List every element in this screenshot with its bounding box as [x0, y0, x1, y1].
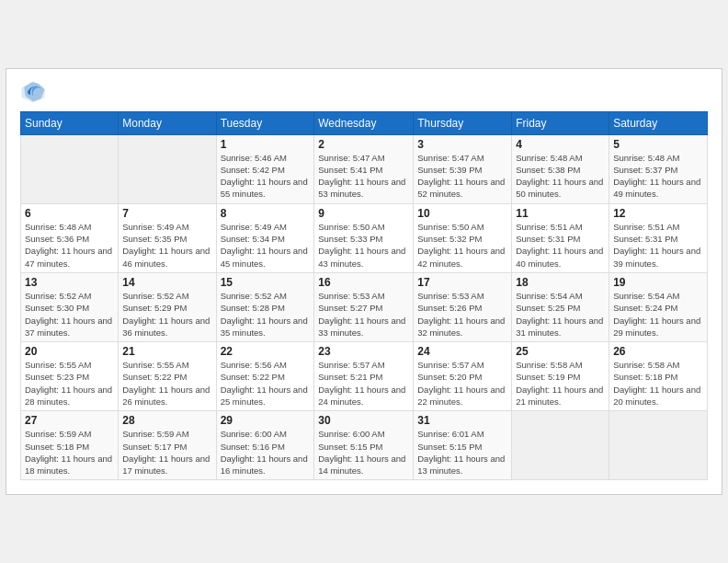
calendar-table: SundayMondayTuesdayWednesdayThursdayFrid… — [20, 111, 708, 481]
day-number: 18 — [516, 276, 605, 289]
week-row-1: 1Sunrise: 5:46 AM Sunset: 5:42 PM Daylig… — [21, 134, 708, 203]
day-cell: 3Sunrise: 5:47 AM Sunset: 5:39 PM Daylig… — [414, 134, 512, 203]
day-number: 28 — [122, 414, 211, 427]
day-cell: 31Sunrise: 6:01 AM Sunset: 5:15 PM Dayli… — [414, 411, 512, 480]
day-info: Sunrise: 5:50 AM Sunset: 5:32 PM Dayligh… — [417, 221, 507, 270]
day-cell: 23Sunrise: 5:57 AM Sunset: 5:21 PM Dayli… — [314, 342, 414, 411]
day-info: Sunrise: 5:53 AM Sunset: 5:26 PM Dayligh… — [417, 290, 507, 339]
day-info: Sunrise: 5:50 AM Sunset: 5:33 PM Dayligh… — [318, 221, 409, 270]
weekday-header-tuesday: Tuesday — [216, 111, 314, 134]
day-number: 25 — [516, 345, 605, 358]
day-cell: 6Sunrise: 5:48 AM Sunset: 5:36 PM Daylig… — [21, 203, 119, 272]
day-number: 27 — [25, 414, 114, 427]
day-number: 21 — [122, 345, 211, 358]
day-cell: 30Sunrise: 6:00 AM Sunset: 5:15 PM Dayli… — [314, 411, 414, 480]
day-info: Sunrise: 5:55 AM Sunset: 5:22 PM Dayligh… — [122, 359, 211, 408]
day-info: Sunrise: 6:00 AM Sunset: 5:16 PM Dayligh… — [221, 428, 311, 477]
day-cell: 18Sunrise: 5:54 AM Sunset: 5:25 PM Dayli… — [512, 272, 609, 341]
week-row-2: 6Sunrise: 5:48 AM Sunset: 5:36 PM Daylig… — [21, 203, 708, 272]
day-info: Sunrise: 5:52 AM Sunset: 5:28 PM Dayligh… — [221, 290, 311, 339]
day-number: 14 — [122, 276, 211, 289]
day-info: Sunrise: 5:55 AM Sunset: 5:23 PM Dayligh… — [25, 359, 114, 408]
day-cell: 29Sunrise: 6:00 AM Sunset: 5:16 PM Dayli… — [216, 411, 314, 480]
day-cell: 2Sunrise: 5:47 AM Sunset: 5:41 PM Daylig… — [314, 134, 414, 203]
day-number: 3 — [417, 138, 507, 151]
day-number: 17 — [417, 276, 507, 289]
day-number: 26 — [613, 345, 703, 358]
week-row-4: 20Sunrise: 5:55 AM Sunset: 5:23 PM Dayli… — [21, 342, 708, 411]
day-number: 19 — [613, 276, 703, 289]
day-number: 24 — [417, 345, 507, 358]
day-number: 23 — [318, 345, 409, 358]
week-row-3: 13Sunrise: 5:52 AM Sunset: 5:30 PM Dayli… — [21, 272, 708, 341]
day-cell: 11Sunrise: 5:51 AM Sunset: 5:31 PM Dayli… — [512, 203, 609, 272]
day-cell: 24Sunrise: 5:57 AM Sunset: 5:20 PM Dayli… — [414, 342, 512, 411]
day-number: 15 — [221, 276, 311, 289]
day-cell: 13Sunrise: 5:52 AM Sunset: 5:30 PM Dayli… — [21, 272, 119, 341]
day-info: Sunrise: 6:00 AM Sunset: 5:15 PM Dayligh… — [318, 428, 409, 477]
day-info: Sunrise: 5:54 AM Sunset: 5:24 PM Dayligh… — [613, 290, 703, 339]
day-cell — [21, 134, 119, 203]
logo — [20, 78, 50, 104]
day-info: Sunrise: 5:53 AM Sunset: 5:27 PM Dayligh… — [318, 290, 409, 339]
day-number: 6 — [25, 207, 114, 220]
day-cell: 15Sunrise: 5:52 AM Sunset: 5:28 PM Dayli… — [216, 272, 314, 341]
day-info: Sunrise: 5:59 AM Sunset: 5:17 PM Dayligh… — [122, 428, 211, 477]
day-cell: 7Sunrise: 5:49 AM Sunset: 5:35 PM Daylig… — [119, 203, 216, 272]
day-info: Sunrise: 5:46 AM Sunset: 5:42 PM Dayligh… — [221, 152, 311, 201]
day-cell: 4Sunrise: 5:48 AM Sunset: 5:38 PM Daylig… — [512, 134, 609, 203]
day-number: 16 — [318, 276, 409, 289]
logo-icon — [20, 78, 46, 104]
day-info: Sunrise: 6:01 AM Sunset: 5:15 PM Dayligh… — [417, 428, 507, 477]
day-info: Sunrise: 5:52 AM Sunset: 5:30 PM Dayligh… — [25, 290, 114, 339]
day-cell: 19Sunrise: 5:54 AM Sunset: 5:24 PM Dayli… — [609, 272, 708, 341]
day-cell: 8Sunrise: 5:49 AM Sunset: 5:34 PM Daylig… — [216, 203, 314, 272]
day-number: 20 — [25, 345, 114, 358]
day-cell: 20Sunrise: 5:55 AM Sunset: 5:23 PM Dayli… — [21, 342, 119, 411]
day-cell: 5Sunrise: 5:48 AM Sunset: 5:37 PM Daylig… — [609, 134, 708, 203]
weekday-header-sunday: Sunday — [21, 111, 119, 134]
day-number: 29 — [221, 414, 311, 427]
day-number: 22 — [221, 345, 311, 358]
day-cell — [512, 411, 609, 480]
day-info: Sunrise: 5:52 AM Sunset: 5:29 PM Dayligh… — [122, 290, 211, 339]
day-cell: 10Sunrise: 5:50 AM Sunset: 5:32 PM Dayli… — [414, 203, 512, 272]
day-cell: 28Sunrise: 5:59 AM Sunset: 5:17 PM Dayli… — [119, 411, 216, 480]
day-cell: 1Sunrise: 5:46 AM Sunset: 5:42 PM Daylig… — [216, 134, 314, 203]
day-info: Sunrise: 5:56 AM Sunset: 5:22 PM Dayligh… — [221, 359, 311, 408]
day-info: Sunrise: 5:59 AM Sunset: 5:18 PM Dayligh… — [25, 428, 114, 477]
day-cell: 9Sunrise: 5:50 AM Sunset: 5:33 PM Daylig… — [314, 203, 414, 272]
day-cell — [119, 134, 216, 203]
day-info: Sunrise: 5:48 AM Sunset: 5:36 PM Dayligh… — [25, 221, 114, 270]
weekday-header-thursday: Thursday — [414, 111, 512, 134]
day-cell: 22Sunrise: 5:56 AM Sunset: 5:22 PM Dayli… — [216, 342, 314, 411]
day-number: 11 — [516, 207, 605, 220]
day-number: 30 — [318, 414, 409, 427]
day-info: Sunrise: 5:57 AM Sunset: 5:21 PM Dayligh… — [318, 359, 409, 408]
weekday-header-wednesday: Wednesday — [314, 111, 414, 134]
weekday-header-friday: Friday — [512, 111, 609, 134]
day-cell: 17Sunrise: 5:53 AM Sunset: 5:26 PM Dayli… — [414, 272, 512, 341]
day-number: 2 — [318, 138, 409, 151]
day-cell: 27Sunrise: 5:59 AM Sunset: 5:18 PM Dayli… — [21, 411, 119, 480]
day-info: Sunrise: 5:47 AM Sunset: 5:39 PM Dayligh… — [417, 152, 507, 201]
day-cell: 14Sunrise: 5:52 AM Sunset: 5:29 PM Dayli… — [119, 272, 216, 341]
day-info: Sunrise: 5:49 AM Sunset: 5:35 PM Dayligh… — [122, 221, 211, 270]
day-info: Sunrise: 5:48 AM Sunset: 5:37 PM Dayligh… — [613, 152, 703, 201]
day-number: 8 — [221, 207, 311, 220]
day-number: 13 — [25, 276, 114, 289]
day-number: 9 — [318, 207, 409, 220]
day-cell: 12Sunrise: 5:51 AM Sunset: 5:31 PM Dayli… — [609, 203, 708, 272]
day-cell — [609, 411, 708, 480]
day-cell: 21Sunrise: 5:55 AM Sunset: 5:22 PM Dayli… — [119, 342, 216, 411]
day-number: 12 — [613, 207, 703, 220]
day-info: Sunrise: 5:47 AM Sunset: 5:41 PM Dayligh… — [318, 152, 409, 201]
week-row-5: 27Sunrise: 5:59 AM Sunset: 5:18 PM Dayli… — [21, 411, 708, 480]
day-cell: 25Sunrise: 5:58 AM Sunset: 5:19 PM Dayli… — [512, 342, 609, 411]
day-info: Sunrise: 5:48 AM Sunset: 5:38 PM Dayligh… — [516, 152, 605, 201]
day-info: Sunrise: 5:58 AM Sunset: 5:18 PM Dayligh… — [613, 359, 703, 408]
day-number: 5 — [613, 138, 703, 151]
calendar-container: SundayMondayTuesdayWednesdayThursdayFrid… — [6, 68, 722, 496]
weekday-header-row: SundayMondayTuesdayWednesdayThursdayFrid… — [21, 111, 708, 134]
day-info: Sunrise: 5:57 AM Sunset: 5:20 PM Dayligh… — [417, 359, 507, 408]
